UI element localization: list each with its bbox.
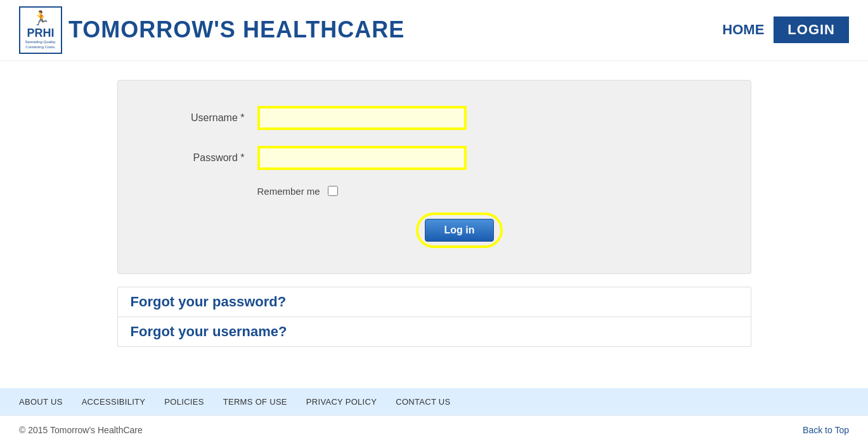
login-button-highlight: Log in bbox=[416, 212, 503, 248]
remember-label: Remember me bbox=[257, 186, 320, 197]
password-group: Password * bbox=[156, 146, 713, 170]
remember-group: Remember me bbox=[257, 186, 713, 197]
prhi-logo: 🏃 PRHI Spreading Quality. Containing Cos… bbox=[19, 6, 62, 54]
home-link[interactable]: HOME bbox=[722, 22, 764, 38]
login-button-wrapper: Log in bbox=[207, 212, 713, 248]
header-nav: HOME LOGIN bbox=[722, 16, 849, 43]
username-label: Username * bbox=[156, 112, 257, 124]
copyright-bar: © 2015 Tomorrow's HealthCare Back to Top bbox=[0, 415, 868, 444]
prhi-subtext: Spreading Quality. Containing Costs. bbox=[24, 40, 57, 50]
footer-accessibility-link[interactable]: ACCESSIBILITY bbox=[82, 397, 146, 407]
prhi-figure-icon: 🏃 bbox=[32, 10, 49, 27]
footer-terms-link[interactable]: TERMS OF USE bbox=[223, 397, 287, 407]
forgot-password-link[interactable]: Forgot your password? bbox=[118, 287, 751, 317]
back-to-top-link[interactable]: Back to Top bbox=[803, 425, 849, 435]
footer-about-link[interactable]: ABOUT US bbox=[19, 397, 63, 407]
footer-policies-link[interactable]: POLICIES bbox=[164, 397, 204, 407]
username-input[interactable] bbox=[257, 106, 467, 130]
footer-nav: ABOUT US ACCESSIBILITY POLICIES TERMS OF… bbox=[0, 388, 868, 415]
password-input[interactable] bbox=[257, 146, 467, 170]
footer-privacy-link[interactable]: PRIVACY POLICY bbox=[306, 397, 377, 407]
footer-contact-link[interactable]: CONTACT US bbox=[396, 397, 450, 407]
header: 🏃 PRHI Spreading Quality. Containing Cos… bbox=[0, 0, 868, 61]
username-group: Username * bbox=[156, 106, 713, 130]
copyright-text: © 2015 Tomorrow's HealthCare bbox=[19, 425, 143, 435]
prhi-text: PRHI bbox=[27, 27, 54, 40]
logo-area: 🏃 PRHI Spreading Quality. Containing Cos… bbox=[19, 6, 405, 54]
password-label: Password * bbox=[156, 152, 257, 164]
forgot-username-link[interactable]: Forgot your username? bbox=[118, 317, 751, 346]
forgot-section: Forgot your password? Forgot your userna… bbox=[117, 287, 751, 347]
site-title: TOMORROW'S HEALTHCARE bbox=[68, 16, 405, 43]
main-content: Username * Password * Remember me Log in… bbox=[0, 61, 868, 375]
login-button[interactable]: Log in bbox=[425, 219, 495, 242]
login-form-container: Username * Password * Remember me Log in bbox=[117, 80, 751, 274]
login-nav-button[interactable]: LOGIN bbox=[774, 16, 849, 43]
remember-checkbox[interactable] bbox=[328, 186, 338, 196]
